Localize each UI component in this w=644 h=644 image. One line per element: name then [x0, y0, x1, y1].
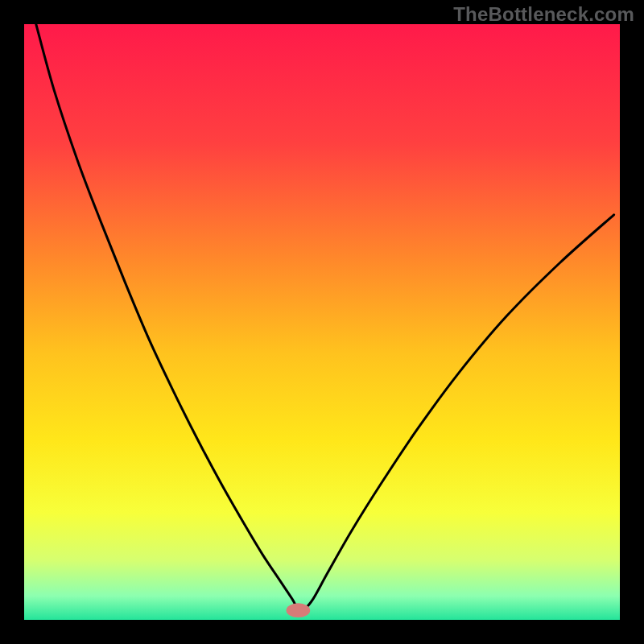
chart-frame: TheBottleneck.com [0, 0, 644, 644]
watermark-text: TheBottleneck.com [453, 3, 634, 26]
plot-area [24, 24, 620, 620]
gradient-background [24, 24, 620, 620]
chart-svg [24, 24, 620, 620]
optimal-marker [287, 603, 311, 617]
